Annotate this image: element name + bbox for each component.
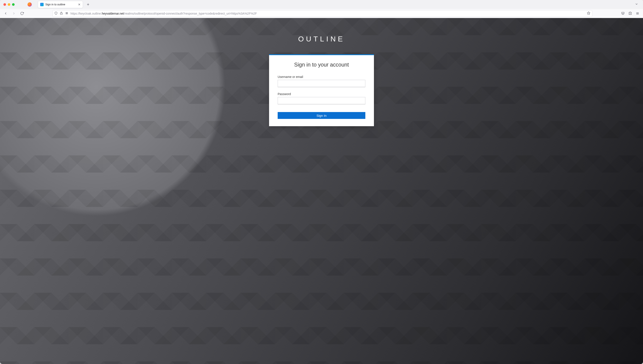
tab-strip: Sign in to outline ✕ + (0, 0, 643, 9)
password-label: Password (278, 92, 365, 96)
nav-toolbar: https://keycloak.outline.heyvaldemar.net… (0, 9, 643, 18)
app-menu-button[interactable] (634, 10, 641, 17)
back-button[interactable] (2, 10, 9, 17)
lock-icon (60, 12, 63, 16)
pocket-button[interactable] (619, 10, 626, 17)
forward-button (10, 10, 17, 17)
svg-rect-0 (60, 13, 63, 14)
firefox-logo-icon (28, 2, 32, 7)
svg-point-8 (630, 13, 630, 14)
bookmark-star-icon[interactable] (587, 12, 590, 16)
window-close-icon[interactable] (4, 3, 6, 6)
tab-favicon-icon (40, 3, 44, 6)
extensions-button[interactable] (627, 10, 633, 17)
tab-active[interactable]: Sign in to outline ✕ (38, 1, 83, 8)
shield-icon (54, 12, 58, 16)
tab-list-button[interactable] (632, 2, 641, 7)
permissions-icon (65, 12, 68, 16)
realm-title: OUTLINE (298, 35, 345, 43)
tab-title: Sign in to outline (45, 3, 76, 6)
username-field: Username or email (278, 75, 365, 87)
url-bar[interactable]: https://keycloak.outline.heyvaldemar.net… (53, 10, 592, 17)
window-minimize-icon[interactable] (8, 3, 10, 6)
url-path: /realms/outline/protocol/openid-connect/… (124, 12, 257, 15)
browser-window: Sign in to outline ✕ + https://keycloak. (0, 0, 643, 364)
page-content: OUTLINE Sign in to your account Username… (0, 18, 643, 364)
window-zoom-icon[interactable] (12, 3, 15, 6)
url-prefix: https://keycloak.outline. (71, 12, 102, 15)
password-input[interactable] (278, 97, 365, 104)
card-heading: Sign in to your account (278, 62, 365, 68)
new-tab-button[interactable]: + (85, 2, 91, 7)
url-host: heyvaldemar.net (102, 12, 124, 15)
password-field: Password (278, 92, 365, 104)
reload-button[interactable] (19, 10, 25, 17)
svg-marker-7 (587, 12, 590, 14)
sign-in-button[interactable]: Sign In (278, 112, 365, 119)
site-identity[interactable] (54, 12, 68, 16)
tab-close-icon[interactable]: ✕ (78, 3, 81, 6)
url-text: https://keycloak.outline.heyvaldemar.net… (71, 12, 585, 15)
username-label: Username or email (278, 75, 365, 78)
login-card: Sign in to your account Username or emai… (269, 54, 374, 126)
window-controls (4, 3, 15, 6)
username-input[interactable] (278, 80, 365, 87)
